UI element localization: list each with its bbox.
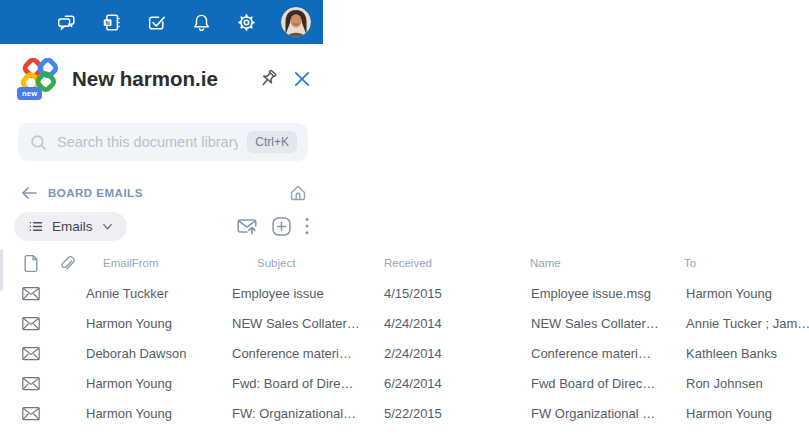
cell-name: Conference materi… [528, 346, 684, 361]
search-icon [29, 133, 48, 152]
cell-received: 4/24/2014 [384, 316, 528, 331]
notifications-bell-icon[interactable] [191, 12, 212, 33]
cell-subject: NEW Sales Collater… [232, 316, 384, 331]
email-table: EmailFrom Subject Received Name To Annie… [0, 248, 809, 428]
cell-to: Annie Tucker ; Jam… [684, 316, 809, 331]
cell-received: 2/24/2014 [384, 346, 528, 361]
outlook-top-bar: N [0, 0, 323, 44]
attachment-column-icon[interactable] [46, 254, 86, 272]
add-plus-icon[interactable] [271, 216, 292, 237]
email-envelope-icon [16, 375, 46, 392]
column-header-subject[interactable]: Subject [232, 257, 384, 269]
view-selector-label: Emails [52, 219, 93, 234]
onenote-icon[interactable]: N [101, 12, 122, 33]
cell-emailfrom: Deborah Dawson [86, 346, 232, 361]
cell-subject: FW: Organizational… [232, 406, 384, 421]
list-toolbar: Emails [14, 211, 310, 241]
cell-name: Fwd Board of Direc… [528, 376, 684, 391]
email-envelope-icon [16, 315, 46, 332]
column-header-received[interactable]: Received [384, 257, 528, 269]
breadcrumb: BOARD EMAILS [20, 182, 308, 204]
cell-to: Ron Johnsen [684, 376, 809, 391]
search-shortcut-badge: Ctrl+K [247, 131, 297, 153]
column-header-emailfrom[interactable]: EmailFrom [86, 257, 232, 269]
settings-gear-icon[interactable] [236, 12, 257, 33]
cell-to: Harmon Young [684, 406, 809, 421]
close-icon[interactable] [292, 69, 312, 89]
harmonie-addin-window: { "topbar": { "bg_color": "#0F6CBD", "ic… [0, 0, 809, 440]
search-input[interactable]: Search this document library Ctrl+K [18, 123, 308, 161]
cell-subject: Fwd: Board of Dire… [232, 376, 384, 391]
page-title: New harmon.ie [72, 67, 256, 91]
cell-name: Employee issue.msg [528, 286, 684, 301]
svg-text:N: N [106, 19, 110, 25]
column-header-to[interactable]: To [684, 257, 809, 269]
cell-emailfrom: Harmon Young [86, 316, 232, 331]
cell-to: Harmon Young [684, 286, 809, 301]
cell-emailfrom: Annie Tuckker [86, 286, 232, 301]
column-header-name[interactable]: Name [528, 257, 684, 269]
pin-icon[interactable] [256, 67, 280, 91]
search-placeholder: Search this document library [57, 134, 238, 150]
cell-received: 6/24/2014 [384, 376, 528, 391]
table-body: Annie Tuckker Employee issue 4/15/2015 E… [0, 278, 809, 428]
chevron-down-icon [101, 220, 114, 233]
email-envelope-icon [16, 345, 46, 362]
new-badge: new [17, 87, 42, 100]
chat-icon[interactable] [56, 12, 77, 33]
table-row[interactable]: Harmon Young Fwd: Board of Dire… 6/24/20… [0, 368, 809, 398]
email-envelope-icon [16, 285, 46, 302]
cell-subject: Employee issue [232, 286, 384, 301]
more-options-kebab-icon[interactable] [304, 216, 310, 236]
email-envelope-icon [16, 405, 46, 422]
file-type-column-icon[interactable] [16, 254, 46, 273]
share-email-icon[interactable] [235, 215, 259, 237]
table-row[interactable]: Harmon Young FW: Organizational… 5/22/20… [0, 398, 809, 428]
cell-name: FW Organizational … [528, 406, 684, 421]
cell-name: NEW Sales Collater… [528, 316, 684, 331]
table-header-row: EmailFrom Subject Received Name To [0, 248, 809, 278]
panel-header: new New harmon.ie [20, 57, 312, 101]
cell-received: 5/22/2015 [384, 406, 528, 421]
harmonie-logo: new [20, 58, 62, 100]
list-view-icon [27, 218, 44, 235]
view-selector-dropdown[interactable]: Emails [14, 212, 127, 241]
cell-subject: Conference materi… [232, 346, 384, 361]
folder-name[interactable]: BOARD EMAILS [48, 187, 278, 199]
home-icon[interactable] [288, 183, 308, 203]
cell-emailfrom: Harmon Young [86, 406, 232, 421]
back-arrow-icon[interactable] [20, 185, 38, 201]
table-row[interactable]: Annie Tuckker Employee issue 4/15/2015 E… [0, 278, 809, 308]
cell-emailfrom: Harmon Young [86, 376, 232, 391]
table-row[interactable]: Deborah Dawson Conference materi… 2/24/2… [0, 338, 809, 368]
user-avatar[interactable] [281, 7, 311, 37]
tasks-icon[interactable] [146, 12, 167, 33]
table-row[interactable]: Harmon Young NEW Sales Collater… 4/24/20… [0, 308, 809, 338]
cell-to: Kathleen Banks [684, 346, 809, 361]
cell-received: 4/15/2015 [384, 286, 528, 301]
